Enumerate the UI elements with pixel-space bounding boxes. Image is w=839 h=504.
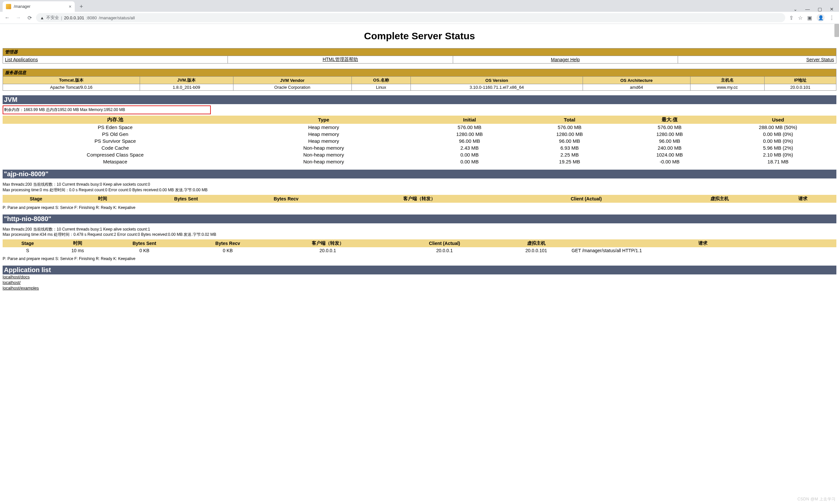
window-close-button[interactable]: ✕ bbox=[830, 6, 834, 12]
manager-links-table: 管理器 List Applications HTML管理器帮助 Manager … bbox=[3, 48, 836, 64]
conn-col-header: Bytes Sent bbox=[136, 195, 236, 203]
server-col-header: 主机名 bbox=[690, 77, 764, 84]
manager-help-link[interactable]: Manager Help bbox=[551, 57, 580, 62]
conn-cell: 20.0.0.101 bbox=[503, 247, 569, 254]
conn-cell: 0 KB bbox=[186, 247, 269, 254]
server-status-link[interactable]: Server Status bbox=[806, 57, 834, 62]
url-path: /manager/status/all bbox=[99, 15, 135, 20]
server-col-header: JVM.版本 bbox=[140, 77, 233, 84]
conn-col-header: Client (Actual) bbox=[386, 239, 503, 247]
tab-close-icon[interactable]: × bbox=[69, 4, 71, 9]
conn-col-header: 请求 bbox=[569, 239, 836, 247]
nav-back-button[interactable]: ← bbox=[3, 13, 12, 22]
server-col-header: IP地址 bbox=[765, 77, 836, 84]
jvm-section-bar: JVM bbox=[3, 95, 836, 104]
conn-cell: 0 KB bbox=[103, 247, 186, 254]
kebab-menu-icon[interactable]: ⋮ bbox=[829, 15, 834, 21]
chevron-down-icon[interactable]: ⌄ bbox=[793, 6, 798, 12]
conn-col-header: 虚拟主机 bbox=[669, 195, 770, 203]
scrollbar-thumb[interactable] bbox=[834, 24, 839, 37]
conn-col-header: 时间 bbox=[53, 239, 103, 247]
pool-col-header: Total bbox=[520, 115, 620, 124]
conn-col-header: Stage bbox=[3, 239, 53, 247]
server-col-header: Tomcat.版本 bbox=[3, 77, 140, 84]
html-manager-help-link[interactable]: HTML管理器帮助 bbox=[323, 57, 358, 62]
pool-row: PS Old GenHeap memory1280.00 MB1280.00 M… bbox=[3, 131, 836, 138]
url-port: :8080 bbox=[86, 15, 97, 20]
conn-col-header: Bytes Recv bbox=[186, 239, 269, 247]
server-cell: Linux bbox=[352, 84, 411, 91]
conn-col-header: 客户端（转发） bbox=[336, 195, 503, 203]
conn-cell: GET /manager/status/all HTTP/1.1 bbox=[569, 247, 836, 254]
server-cell: Oracle Corporation bbox=[233, 84, 352, 91]
application-list: localhost/docslocalhost/localhost/exampl… bbox=[3, 274, 836, 291]
nav-forward-button: → bbox=[14, 13, 23, 22]
share-icon[interactable]: ⇪ bbox=[789, 15, 793, 21]
pool-col-header: 最大.值 bbox=[620, 115, 720, 124]
server-cell: amd64 bbox=[583, 84, 690, 91]
conn-col-header: Bytes Recv bbox=[236, 195, 336, 203]
pool-row: PS Eden SpaceHeap memory576.00 MB576.00 … bbox=[3, 124, 836, 131]
conn-col-header: 客户端（转发） bbox=[270, 239, 386, 247]
conn-col-header: 请求 bbox=[770, 195, 836, 203]
server-col-header: OS.名称 bbox=[352, 77, 411, 84]
manager-section-header: 管理器 bbox=[3, 49, 836, 56]
application-link[interactable]: localhost/ bbox=[3, 280, 836, 286]
connector-ajp-threads: Max threads:200 当前线程数：10 Current threads… bbox=[3, 182, 836, 193]
conn-cell: 10 ms bbox=[53, 247, 103, 254]
insecure-label: 不安全 bbox=[46, 15, 59, 21]
pool-col-header: Initial bbox=[420, 115, 519, 124]
nav-reload-button[interactable]: ⟳ bbox=[25, 13, 34, 22]
new-tab-button[interactable]: + bbox=[77, 2, 86, 11]
server-cell: 20.0.0.101 bbox=[765, 84, 836, 91]
address-bar[interactable]: ▲ 不安全 | 20.0.0.101:8080/manager/status/a… bbox=[36, 13, 785, 22]
browser-tabstrip: /manager × + ⌄ ― ▢ ✕ bbox=[0, 0, 839, 12]
tab-favicon bbox=[6, 4, 11, 9]
connector-http-table: Stage时间Bytes SentBytes Recv客户端（转发）Client… bbox=[3, 239, 836, 254]
profile-avatar[interactable]: 👤 bbox=[817, 14, 825, 22]
stage-legend-2: P: Parse and prepare request S: Service … bbox=[3, 256, 836, 261]
window-minimize-button[interactable]: ― bbox=[805, 6, 810, 12]
watermark: CSDN @M 上去学习 bbox=[798, 497, 836, 502]
jvm-memory-summary: 剩余内存：1663.99 MB 总内存1952.00 MB Max Memory… bbox=[3, 105, 211, 114]
browser-toolbar: ← → ⟳ ▲ 不安全 | 20.0.0.101:8080/manager/st… bbox=[0, 12, 839, 24]
application-link[interactable]: localhost/docs bbox=[3, 274, 836, 280]
pool-row: Compressed Class SpaceNon-heap memory0.0… bbox=[3, 151, 836, 158]
server-cell: Apache Tomcat/9.0.16 bbox=[3, 84, 140, 91]
bookmark-star-icon[interactable]: ☆ bbox=[798, 15, 803, 21]
tab-title: /manager bbox=[14, 4, 31, 9]
server-cell: www.my.cc bbox=[690, 84, 764, 91]
pool-row: Code CacheNon-heap memory2.43 MB6.93 MB2… bbox=[3, 144, 836, 151]
pool-row: PS Survivor SpaceHeap memory96.00 MB96.0… bbox=[3, 138, 836, 144]
url-host: 20.0.0.101 bbox=[64, 15, 84, 20]
list-applications-link[interactable]: List Applications bbox=[5, 57, 38, 62]
window-maximize-button[interactable]: ▢ bbox=[818, 6, 822, 12]
connector-http-threads: Max threads:200 当前线程数：10 Current threads… bbox=[3, 227, 836, 238]
connector-http-bar: "http-nio-8080" bbox=[3, 215, 836, 223]
connector-ajp-bar: "ajp-nio-8009" bbox=[3, 169, 836, 179]
server-col-header: JVM Vendor bbox=[233, 77, 352, 84]
conn-col-header: Stage bbox=[3, 195, 69, 203]
conn-col-header: 时间 bbox=[69, 195, 136, 203]
stage-legend: P: Parse and prepare request S: Service … bbox=[3, 205, 836, 210]
browser-tab[interactable]: /manager × bbox=[3, 1, 75, 12]
conn-col-header: 虚拟主机 bbox=[503, 239, 569, 247]
server-col-header: OS Architecture bbox=[583, 77, 690, 84]
server-info-table: 服务器信息 Tomcat.版本JVM.版本JVM VendorOS.名称OS V… bbox=[3, 69, 836, 91]
application-link[interactable]: localhost/examples bbox=[3, 286, 836, 291]
memory-pools-table: 内存.池TypeInitialTotal最大.值Used PS Eden Spa… bbox=[3, 115, 836, 165]
pool-col-header: 内存.池 bbox=[3, 115, 228, 124]
server-cell: 1.8.0_201-b09 bbox=[140, 84, 233, 91]
side-panel-icon[interactable]: ▣ bbox=[807, 15, 812, 21]
server-cell: 3.10.0-1160.71.1.el7.x86_64 bbox=[411, 84, 583, 91]
application-list-bar: Application list bbox=[3, 266, 836, 274]
conn-col-header: Client (Actual) bbox=[503, 195, 670, 203]
pool-row: MetaspaceNon-heap memory0.00 MB19.25 MB-… bbox=[3, 158, 836, 165]
server-info-header: 服务器信息 bbox=[3, 69, 836, 77]
insecure-warning-icon: ▲ bbox=[40, 15, 44, 20]
conn-cell: 20.0.0.1 bbox=[386, 247, 503, 254]
conn-cell: 20.0.0.1 bbox=[270, 247, 386, 254]
page-viewport: Complete Server Status 管理器 List Applicat… bbox=[0, 24, 839, 504]
server-col-header: OS Version bbox=[411, 77, 583, 84]
page-title: Complete Server Status bbox=[3, 31, 836, 41]
